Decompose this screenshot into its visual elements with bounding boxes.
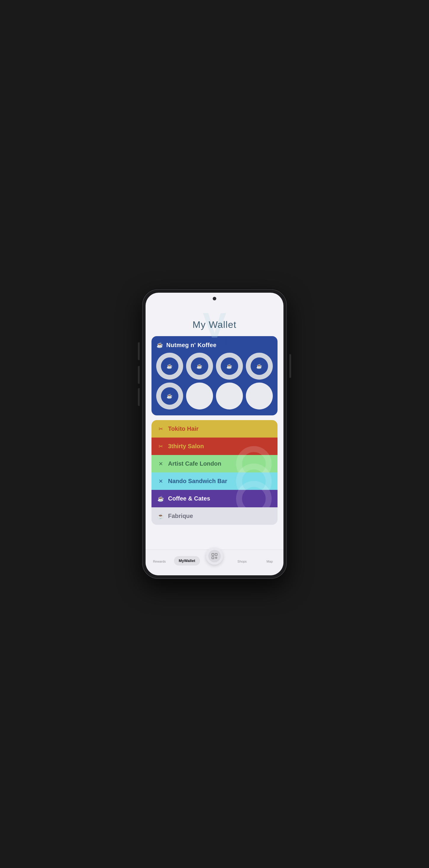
card-header: ☕ Nutmeg n' Koffee [156, 341, 273, 348]
stamp-1: ☕ [156, 353, 183, 380]
nav-shops-label: Shops [237, 560, 247, 563]
stamp-6 [186, 382, 213, 409]
coffee-name: Coffee & Cates [168, 495, 210, 502]
tokito-name: Tokito Hair [168, 426, 199, 432]
page-header: V My Wallet [151, 310, 278, 336]
wallet-list: ✂ Tokito Hair ✂ 3thirty Salon ✕ Artist C… [151, 420, 278, 525]
nav-map-label: Map [266, 560, 273, 563]
coffee-bean-card-icon: ☕ [156, 341, 163, 348]
bottom-nav: Rewards MyWallet [146, 550, 283, 575]
fabrique-name: Fabrique [168, 513, 193, 520]
stamp-7 [216, 382, 243, 409]
phone-screen: V My Wallet ☕ Nutmeg n' Koffee ☕ [146, 293, 283, 575]
stamps-grid: ☕ ☕ ☕ ☕ ☕ [156, 353, 273, 409]
nav-scan[interactable] [201, 552, 228, 569]
wallet-item-tokito[interactable]: ✂ Tokito Hair [151, 420, 278, 438]
wallet-item-3thirty[interactable]: ✂ 3thirty Salon [151, 438, 278, 455]
wallet-item-artist[interactable]: ✕ Artist Cafe London [151, 455, 278, 472]
wallet-item-coffee[interactable]: ☕ Coffee & Cates [151, 490, 278, 507]
nav-mywallet-label: MyWallet [179, 558, 195, 563]
cross-icon-artist: ✕ [158, 461, 164, 467]
svg-rect-2 [212, 557, 214, 559]
loyalty-card[interactable]: ☕ Nutmeg n' Koffee ☕ ☕ ☕ [151, 336, 278, 415]
svg-rect-0 [212, 553, 214, 556]
stamp-2: ☕ [186, 353, 213, 380]
stamp-3: ☕ [216, 353, 243, 380]
svg-point-3 [216, 557, 217, 558]
nav-shops[interactable]: Shops [228, 558, 256, 563]
wallet-item-nando[interactable]: ✕ Nando Sandwich Bar [151, 472, 278, 490]
scissors-icon-tokito: ✂ [158, 426, 164, 432]
stamp-8 [246, 382, 273, 409]
cross-icon-nando: ✕ [158, 478, 164, 485]
bean-icon-fabrique: ☕ [158, 513, 164, 520]
nav-mywallet[interactable]: MyWallet [173, 556, 201, 565]
stamp-4: ☕ [246, 353, 273, 380]
card-title: Nutmeg n' Koffee [166, 342, 217, 348]
page-title: My Wallet [151, 310, 278, 330]
bean-icon-coffee: ☕ [158, 495, 164, 502]
camera-notch [213, 297, 216, 300]
nav-map[interactable]: Map [256, 558, 283, 563]
artist-name: Artist Cafe London [168, 460, 221, 467]
scan-button-inner [208, 550, 221, 562]
nav-mywallet-pill: MyWallet [174, 556, 200, 565]
scissors-icon-3thirty: ✂ [158, 443, 164, 450]
stamp-5: ☕ [156, 382, 183, 409]
nav-rewards-label: Rewards [153, 560, 166, 563]
nav-rewards[interactable]: Rewards [146, 558, 173, 563]
scan-icon [211, 553, 218, 560]
3thirty-name: 3thirty Salon [168, 443, 204, 450]
nando-name: Nando Sandwich Bar [168, 478, 227, 485]
scan-button[interactable] [206, 548, 223, 565]
phone-frame: V My Wallet ☕ Nutmeg n' Koffee ☕ [142, 289, 287, 579]
wallet-item-fabrique[interactable]: ☕ Fabrique [151, 507, 278, 525]
content-scroll[interactable]: V My Wallet ☕ Nutmeg n' Koffee ☕ [146, 293, 283, 550]
svg-rect-1 [215, 553, 217, 556]
